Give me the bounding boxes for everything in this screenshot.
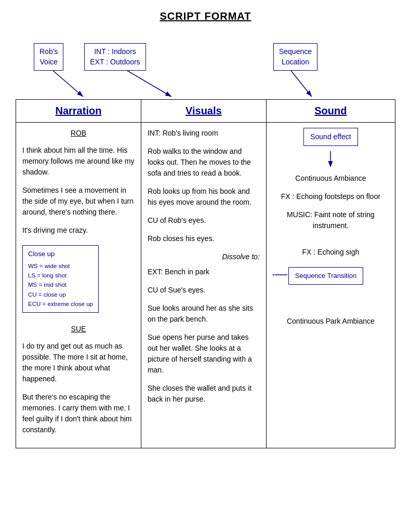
visual-v5: Rob closes his eyes. xyxy=(148,233,260,244)
visual-v4: CU of Rob's eyes. xyxy=(148,215,260,226)
visual-v2: Rob walks to the window and looks out. T… xyxy=(148,146,260,179)
visual-v10: Sue opens her purse and takes out her wa… xyxy=(148,332,260,376)
visual-v1: INT: Rob's living room xyxy=(148,128,260,139)
close-up-abbr: WS = wide shot LS = long shot MS = mid s… xyxy=(28,261,93,309)
narration-para1: I think about him all the time. His memo… xyxy=(22,145,135,178)
narration-para3: It's driving me crazy. xyxy=(22,225,135,236)
visual-v9: Sue looks around her as she sits on the … xyxy=(148,303,260,325)
header-sound: Sound xyxy=(266,100,395,123)
sound-effect-arrow xyxy=(325,151,336,167)
int-ext-box: INT : Indoors EXT : Outdoors xyxy=(84,43,145,71)
char-name-sue: SUE xyxy=(22,324,135,335)
visual-v11: She closes the wallet and puts it back i… xyxy=(148,383,260,405)
header-narration: Narration xyxy=(16,100,141,123)
sound-cell: Sound effect Continuou xyxy=(266,123,395,448)
svg-line-1 xyxy=(53,71,83,97)
char-name-rob: ROB xyxy=(22,128,135,139)
close-up-title: Close up xyxy=(28,249,93,259)
visuals-cell: INT: Rob's living room Rob walks to the … xyxy=(141,123,266,448)
page-title: Script Format xyxy=(16,10,395,22)
robs-voice-box: Rob's Voice xyxy=(34,43,63,71)
sound-s3: MUSIC: Faint note of string instrument. xyxy=(273,209,389,231)
visual-v7: EXT: Bench in park xyxy=(148,267,260,277)
visual-v8: CU of Sue's eyes. xyxy=(148,285,260,296)
seq-transition-arrow xyxy=(273,270,288,280)
connector-arrows xyxy=(16,71,395,99)
sound-s1: Continuous Ambiance xyxy=(273,173,389,184)
sound-s4: FX : Echoing sigh xyxy=(273,247,389,258)
visual-v3: Rob looks up from his book and his eyes … xyxy=(148,186,260,208)
visual-dissolve: Dissolve to: xyxy=(148,251,260,262)
header-visuals: Visuals xyxy=(141,100,266,123)
seq-transition-box: Sequence Transition xyxy=(288,267,364,285)
table-row-main: ROB I think about him all the time. His … xyxy=(16,123,395,448)
close-up-box: Close up WS = wide shot LS = long shot M… xyxy=(22,245,99,312)
narration-para2: Sometimes I see a movement in the side o… xyxy=(22,185,135,218)
narration-para4: I do try and get out as much as possible… xyxy=(22,341,135,384)
sound-s2: FX : Echoing footsteps on floor xyxy=(273,191,389,202)
narration-para5: But there's no escaping the memories. I … xyxy=(22,392,135,435)
svg-line-2 xyxy=(127,71,171,97)
narration-cell: ROB I think about him all the time. His … xyxy=(16,123,141,448)
script-table: Narration Visuals Sound ROB I think abou… xyxy=(16,99,395,448)
sound-s5: Continuous Park Ambiance xyxy=(273,316,389,327)
svg-line-3 xyxy=(291,71,312,97)
seq-loc-box: Sequence Location xyxy=(273,43,317,71)
sound-effect-box: Sound effect xyxy=(303,128,357,146)
